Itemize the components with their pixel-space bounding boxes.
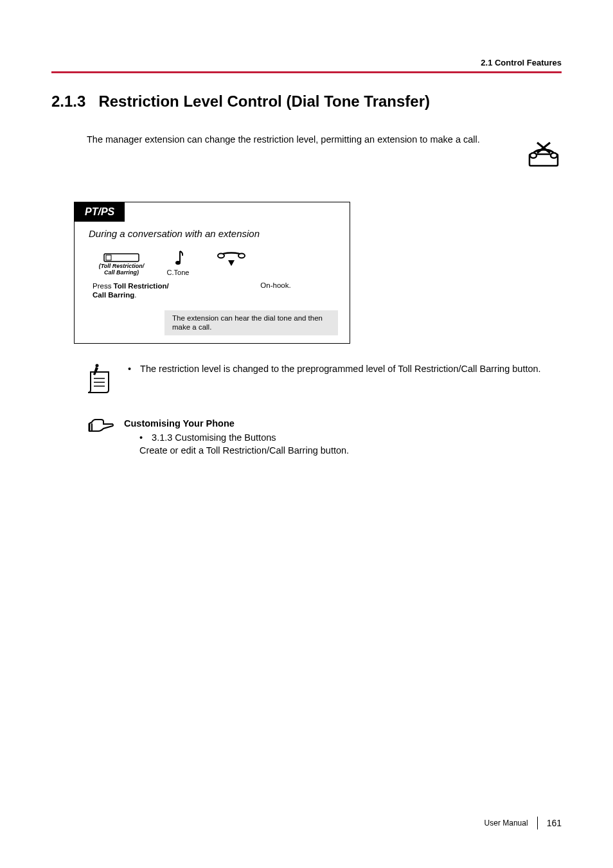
svg-point-2 — [551, 153, 557, 158]
header-breadcrumb: 2.1 Control Features — [51, 58, 562, 71]
svg-marker-10 — [228, 260, 235, 266]
music-note-icon — [172, 249, 184, 267]
footer: User Manual 161 — [484, 817, 562, 829]
customising-heading: Customising Your Phone — [124, 417, 349, 430]
section-heading-text: Restriction Level Control (Dial Tone Tra… — [98, 93, 430, 110]
customising-desc: Create or edit a Toll Restriction/Call B… — [139, 444, 349, 457]
pencil-note-icon — [87, 363, 112, 394]
svg-point-8 — [218, 254, 224, 258]
svg-point-9 — [238, 254, 245, 258]
bullet: • — [128, 363, 131, 376]
footer-divider — [537, 817, 538, 829]
svg-rect-6 — [106, 255, 111, 260]
bullet: • — [139, 431, 143, 444]
ctone-label: C.Tone — [162, 269, 194, 276]
gray-note: The extension can hear the dial tone and… — [164, 310, 338, 335]
header-rule — [51, 71, 562, 73]
procedure-subtitle: During a conversation with an extension — [75, 222, 350, 247]
svg-point-14 — [96, 364, 99, 367]
customising-item: 3.1.3 Customising the Buttons — [152, 431, 276, 444]
note-body: The restriction level is changed to the … — [140, 363, 541, 376]
procedure-box: PT/PS During a conversation with an exte… — [74, 202, 350, 344]
intro-text: The manager extension can change the res… — [87, 134, 514, 146]
svg-point-1 — [530, 153, 537, 158]
section-number: 2.1.3 — [51, 93, 85, 110]
button-label-line2: Call Barring) — [93, 270, 150, 276]
section-title: 2.1.3 Restriction Level Control (Dial To… — [51, 93, 562, 111]
footer-manual-label: User Manual — [484, 819, 528, 828]
phone-x-icon — [526, 134, 562, 170]
procedure-badge: PT/PS — [75, 202, 125, 222]
svg-point-7 — [175, 261, 181, 265]
caption-on-hook: On-hook. — [227, 281, 324, 300]
page-number: 161 — [547, 818, 562, 828]
note-text: • The restriction level is changed to th… — [128, 363, 562, 376]
phone-button-icon — [103, 253, 139, 262]
onhook-icon — [216, 249, 247, 267]
pointing-hand-icon — [87, 417, 115, 435]
caption-press-toll: Press Toll Restriction/ Call Barring. — [93, 281, 176, 300]
